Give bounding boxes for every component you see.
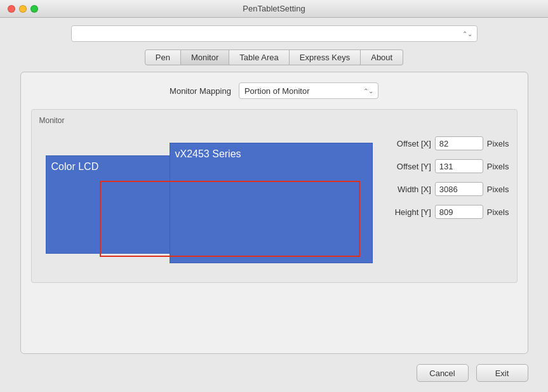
width-x-label: Width [X] — [384, 185, 431, 194]
title-bar: PenTabletSetting — [0, 0, 548, 18]
monitor-mapping-label: Monitor Mapping — [170, 86, 231, 96]
monitor-mapping-select[interactable]: Portion of Monitor Full Monitor Entire D… — [239, 82, 378, 99]
offset-x-label: Offset [X] — [384, 139, 431, 148]
main-content: ⌃⌄ Pen Monitor Table Area Express Keys A… — [0, 18, 548, 392]
minimize-button[interactable] — [19, 5, 27, 13]
vx2453-label: vX2453 Series — [175, 148, 241, 160]
monitor-mapping-row: Monitor Mapping Portion of Monitor Full … — [31, 82, 518, 99]
tab-monitor[interactable]: Monitor — [181, 49, 229, 65]
height-y-row: Height [Y] Pixels — [376, 205, 509, 219]
offset-y-label: Offset [Y] — [384, 162, 431, 171]
maximize-button[interactable] — [30, 5, 38, 13]
bottom-buttons: Cancel Exit — [20, 364, 528, 382]
color-lcd-label: Color LCD — [51, 161, 99, 173]
device-select-container: ⌃⌄ — [71, 25, 478, 42]
height-y-label: Height [Y] — [384, 207, 431, 217]
close-button[interactable] — [8, 5, 15, 13]
window-controls — [8, 5, 38, 13]
window-title: PenTabletSetting — [243, 4, 305, 13]
device-select-wrapper: ⌃⌄ — [71, 25, 478, 42]
selection-rect — [100, 181, 360, 257]
offset-y-unit: Pixels — [487, 162, 509, 171]
cancel-button[interactable]: Cancel — [417, 364, 469, 382]
height-y-unit: Pixels — [487, 207, 509, 217]
fields-area: Offset [X] Pixels Offset [Y] Pixels Widt… — [376, 130, 509, 219]
offset-x-row: Offset [X] Pixels — [376, 136, 509, 150]
tab-table-area[interactable]: Table Area — [229, 49, 289, 65]
monitor-display-area: Color LCD vX2453 Series Offset [X] — [39, 130, 509, 276]
width-x-row: Width [X] Pixels — [376, 182, 509, 196]
mapping-select-wrapper: Portion of Monitor Full Monitor Entire D… — [239, 82, 378, 99]
width-x-input[interactable] — [435, 182, 483, 196]
offset-x-unit: Pixels — [487, 139, 509, 148]
device-select[interactable] — [71, 25, 478, 42]
monitor-visual-area: Color LCD vX2453 Series — [39, 130, 376, 276]
tab-pen[interactable]: Pen — [145, 49, 181, 65]
offset-y-input[interactable] — [435, 159, 483, 173]
offset-x-input[interactable] — [435, 136, 483, 150]
monitor-screens: Color LCD vX2453 Series — [46, 143, 376, 263]
settings-panel: Monitor Mapping Portion of Monitor Full … — [20, 72, 528, 354]
height-y-input[interactable] — [435, 205, 483, 219]
monitor-section-label: Monitor — [39, 116, 509, 125]
tab-about[interactable]: About — [361, 49, 403, 65]
tabs-bar: Pen Monitor Table Area Express Keys Abou… — [145, 49, 403, 65]
width-x-unit: Pixels — [487, 185, 509, 194]
monitor-section: Monitor Color LCD vX2453 Series — [31, 109, 518, 283]
offset-y-row: Offset [Y] Pixels — [376, 159, 509, 173]
exit-button[interactable]: Exit — [476, 364, 528, 382]
tab-express-keys[interactable]: Express Keys — [290, 49, 361, 65]
